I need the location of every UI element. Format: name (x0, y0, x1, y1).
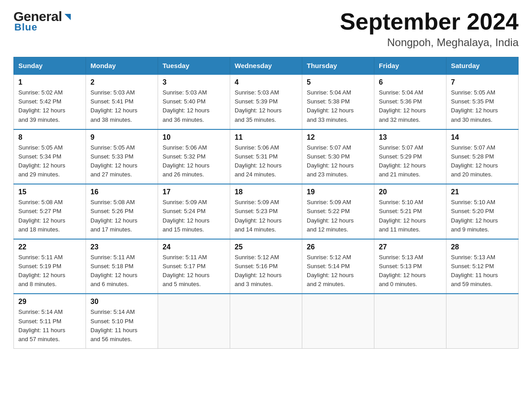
page-header: General Blue September 2024 Nongpoh, Meg… (13, 9, 519, 49)
calendar-cell: 11Sunrise: 5:06 AMSunset: 5:31 PMDayligh… (230, 129, 302, 184)
day-number: 9 (90, 133, 153, 141)
day-number: 26 (307, 243, 369, 251)
day-info: Sunrise: 5:07 AMSunset: 5:30 PMDaylight:… (307, 143, 369, 180)
month-title: September 2024 (340, 9, 519, 34)
day-number: 10 (163, 133, 225, 141)
day-number: 11 (235, 133, 297, 141)
svg-marker-0 (64, 14, 71, 20)
day-info: Sunrise: 5:05 AMSunset: 5:35 PMDaylight:… (451, 88, 514, 124)
calendar-cell (374, 294, 446, 348)
calendar-cell: 2Sunrise: 5:03 AMSunset: 5:41 PMDaylight… (86, 74, 158, 129)
col-header-tuesday: Tuesday (158, 57, 230, 75)
day-info: Sunrise: 5:04 AMSunset: 5:36 PMDaylight:… (379, 88, 442, 124)
day-number: 14 (451, 133, 514, 141)
col-header-wednesday: Wednesday (230, 57, 302, 75)
day-info: Sunrise: 5:03 AMSunset: 5:40 PMDaylight:… (163, 88, 225, 124)
day-info: Sunrise: 5:09 AMSunset: 5:23 PMDaylight:… (235, 198, 297, 234)
day-info: Sunrise: 5:13 AMSunset: 5:13 PMDaylight:… (379, 253, 442, 289)
day-info: Sunrise: 5:11 AMSunset: 5:19 PMDaylight:… (18, 253, 81, 289)
location-subtitle: Nongpoh, Meghalaya, India (340, 36, 519, 49)
calendar-cell: 15Sunrise: 5:08 AMSunset: 5:27 PMDayligh… (14, 184, 86, 239)
calendar-cell: 6Sunrise: 5:04 AMSunset: 5:36 PMDaylight… (374, 74, 446, 129)
calendar-cell: 7Sunrise: 5:05 AMSunset: 5:35 PMDaylight… (446, 74, 519, 129)
calendar-cell (230, 294, 302, 348)
day-number: 20 (379, 188, 442, 196)
day-info: Sunrise: 5:10 AMSunset: 5:20 PMDaylight:… (451, 198, 514, 234)
calendar-cell (158, 294, 230, 348)
calendar-cell: 1Sunrise: 5:02 AMSunset: 5:42 PMDaylight… (14, 74, 86, 129)
calendar-cell: 21Sunrise: 5:10 AMSunset: 5:20 PMDayligh… (446, 184, 519, 239)
calendar-cell: 30Sunrise: 5:14 AMSunset: 5:10 PMDayligh… (86, 294, 158, 348)
logo: General Blue (13, 9, 73, 33)
day-info: Sunrise: 5:07 AMSunset: 5:29 PMDaylight:… (379, 143, 442, 180)
calendar-cell: 20Sunrise: 5:10 AMSunset: 5:21 PMDayligh… (374, 184, 446, 239)
col-header-sunday: Sunday (14, 57, 86, 75)
calendar-cell: 26Sunrise: 5:12 AMSunset: 5:14 PMDayligh… (302, 239, 374, 294)
calendar-cell: 17Sunrise: 5:09 AMSunset: 5:24 PMDayligh… (158, 184, 230, 239)
day-info: Sunrise: 5:06 AMSunset: 5:31 PMDaylight:… (235, 143, 297, 180)
day-info: Sunrise: 5:09 AMSunset: 5:22 PMDaylight:… (307, 198, 369, 234)
calendar-cell: 14Sunrise: 5:07 AMSunset: 5:28 PMDayligh… (446, 129, 519, 184)
day-info: Sunrise: 5:05 AMSunset: 5:34 PMDaylight:… (18, 143, 81, 180)
calendar-cell: 9Sunrise: 5:05 AMSunset: 5:33 PMDaylight… (86, 129, 158, 184)
calendar-week-row: 29Sunrise: 5:14 AMSunset: 5:11 PMDayligh… (14, 294, 519, 348)
calendar-cell: 10Sunrise: 5:06 AMSunset: 5:32 PMDayligh… (158, 129, 230, 184)
day-number: 24 (163, 243, 225, 251)
logo-triangle-icon (63, 12, 73, 22)
col-header-saturday: Saturday (446, 57, 519, 75)
day-number: 13 (379, 133, 442, 141)
calendar-cell: 27Sunrise: 5:13 AMSunset: 5:13 PMDayligh… (374, 239, 446, 294)
day-number: 22 (18, 243, 81, 251)
calendar-cell: 8Sunrise: 5:05 AMSunset: 5:34 PMDaylight… (14, 129, 86, 184)
calendar-cell: 28Sunrise: 5:13 AMSunset: 5:12 PMDayligh… (446, 239, 519, 294)
day-info: Sunrise: 5:09 AMSunset: 5:24 PMDaylight:… (163, 198, 225, 234)
calendar-cell: 25Sunrise: 5:12 AMSunset: 5:16 PMDayligh… (230, 239, 302, 294)
day-number: 19 (307, 188, 369, 196)
day-info: Sunrise: 5:12 AMSunset: 5:14 PMDaylight:… (307, 253, 369, 289)
day-number: 15 (18, 188, 81, 196)
day-number: 23 (90, 243, 153, 251)
day-number: 2 (90, 78, 153, 86)
day-number: 3 (163, 78, 225, 86)
day-info: Sunrise: 5:11 AMSunset: 5:18 PMDaylight:… (90, 253, 153, 289)
calendar-cell: 24Sunrise: 5:11 AMSunset: 5:17 PMDayligh… (158, 239, 230, 294)
day-number: 16 (90, 188, 153, 196)
col-header-friday: Friday (374, 57, 446, 75)
calendar-cell: 4Sunrise: 5:03 AMSunset: 5:39 PMDaylight… (230, 74, 302, 129)
day-info: Sunrise: 5:03 AMSunset: 5:39 PMDaylight:… (235, 88, 297, 124)
col-header-monday: Monday (86, 57, 158, 75)
day-number: 21 (451, 188, 514, 196)
calendar-cell (446, 294, 519, 348)
day-number: 17 (163, 188, 225, 196)
title-block: September 2024 Nongpoh, Meghalaya, India (340, 9, 519, 49)
calendar-cell: 22Sunrise: 5:11 AMSunset: 5:19 PMDayligh… (14, 239, 86, 294)
day-number: 1 (18, 78, 81, 86)
day-info: Sunrise: 5:06 AMSunset: 5:32 PMDaylight:… (163, 143, 225, 180)
day-number: 7 (451, 78, 514, 86)
calendar-cell: 5Sunrise: 5:04 AMSunset: 5:38 PMDaylight… (302, 74, 374, 129)
day-info: Sunrise: 5:12 AMSunset: 5:16 PMDaylight:… (235, 253, 297, 289)
day-info: Sunrise: 5:04 AMSunset: 5:38 PMDaylight:… (307, 88, 369, 124)
day-info: Sunrise: 5:07 AMSunset: 5:28 PMDaylight:… (451, 143, 514, 180)
col-header-thursday: Thursday (302, 57, 374, 75)
day-number: 12 (307, 133, 369, 141)
calendar-table: SundayMondayTuesdayWednesdayThursdayFrid… (13, 57, 519, 349)
calendar-cell: 19Sunrise: 5:09 AMSunset: 5:22 PMDayligh… (302, 184, 374, 239)
day-number: 18 (235, 188, 297, 196)
calendar-week-row: 8Sunrise: 5:05 AMSunset: 5:34 PMDaylight… (14, 129, 519, 184)
day-info: Sunrise: 5:14 AMSunset: 5:10 PMDaylight:… (90, 308, 153, 344)
day-number: 5 (307, 78, 369, 86)
day-info: Sunrise: 5:14 AMSunset: 5:11 PMDaylight:… (18, 308, 81, 344)
calendar-week-row: 1Sunrise: 5:02 AMSunset: 5:42 PMDaylight… (14, 74, 519, 129)
day-info: Sunrise: 5:08 AMSunset: 5:27 PMDaylight:… (18, 198, 81, 234)
logo-blue-text: Blue (14, 21, 38, 33)
day-number: 30 (90, 298, 153, 306)
calendar-cell: 12Sunrise: 5:07 AMSunset: 5:30 PMDayligh… (302, 129, 374, 184)
calendar-cell (302, 294, 374, 348)
day-info: Sunrise: 5:10 AMSunset: 5:21 PMDaylight:… (379, 198, 442, 234)
calendar-week-row: 22Sunrise: 5:11 AMSunset: 5:19 PMDayligh… (14, 239, 519, 294)
day-info: Sunrise: 5:11 AMSunset: 5:17 PMDaylight:… (163, 253, 225, 289)
day-number: 28 (451, 243, 514, 251)
calendar-cell: 3Sunrise: 5:03 AMSunset: 5:40 PMDaylight… (158, 74, 230, 129)
day-number: 4 (235, 78, 297, 86)
